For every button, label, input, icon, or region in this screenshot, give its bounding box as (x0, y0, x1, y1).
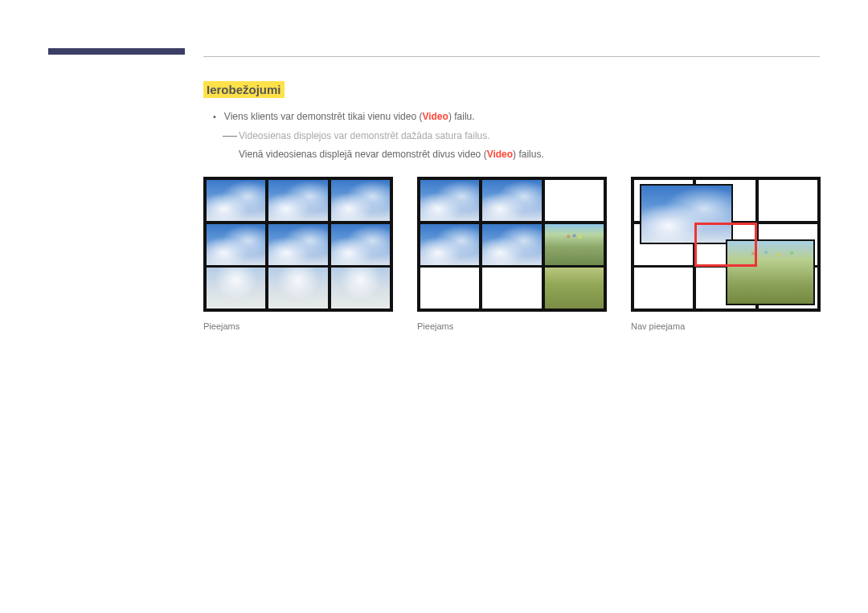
wall-cell-sky (419, 178, 481, 223)
wall-cell (267, 178, 329, 223)
wall-cell (205, 223, 267, 267)
wall-cell-sky (481, 178, 542, 223)
wall-cell (205, 266, 267, 310)
wall-cell (757, 223, 819, 267)
wall-cell (330, 266, 391, 310)
bullet-marker: • (213, 109, 216, 125)
dash-text: Videosienas displejos var demonstrēt daž… (239, 129, 490, 144)
wall-cell (633, 178, 694, 223)
text-emph: Video (422, 111, 448, 122)
videowall-grid (203, 177, 393, 312)
wall-cell (633, 223, 694, 267)
chapter-accent-bar (48, 48, 185, 55)
wall-cell (205, 178, 267, 223)
wall-cell (694, 266, 756, 310)
wall-cell-field (543, 266, 605, 310)
bullet-text: Viens klients var demonstrēt tikai vienu… (224, 109, 475, 125)
figure-caption: Pieejams (203, 321, 393, 331)
videowall-grid (417, 177, 607, 312)
figure-not-available: Nav pieejama (631, 177, 821, 331)
text: Viens klients var demonstrēt tikai vienu… (224, 111, 423, 122)
videowall-grid (631, 177, 821, 312)
dash-marker: ― (223, 129, 234, 141)
figure-available-full: Pieejams (203, 177, 393, 331)
text-emph: Video (487, 149, 513, 160)
text: ) failus. (513, 149, 544, 160)
page-content: Ierobežojumi • Viens klients var demonst… (203, 81, 820, 331)
wall-cell (543, 178, 605, 223)
figure-caption: Pieejams (417, 321, 607, 331)
wall-cell (267, 223, 329, 267)
wall-cell (694, 178, 756, 223)
figures-row: Pieejams (203, 177, 820, 331)
header-divider (203, 56, 820, 57)
sub-line: Vienā videosienas displejā nevar demonst… (239, 147, 820, 162)
wall-cell (267, 266, 329, 310)
dash-item: ― Videosienas displejos var demonstrēt d… (223, 129, 820, 144)
figure-available-split: Pieejams (417, 177, 607, 331)
wall-cell (757, 266, 819, 310)
wall-cell-sky (481, 223, 542, 267)
bullet-item: • Viens klients var demonstrēt tikai vie… (213, 109, 820, 125)
wall-cell (694, 223, 756, 267)
wall-cell (330, 178, 391, 223)
wall-cell-sky (419, 223, 481, 267)
wall-cell (481, 266, 542, 310)
wall-cell (633, 266, 694, 310)
wall-cell-field (543, 223, 605, 267)
figure-caption: Nav pieejama (631, 321, 821, 331)
wall-cell (757, 178, 819, 223)
text: ) failu. (448, 111, 475, 122)
wall-cell (419, 266, 481, 310)
text: Vienā videosienas displejā nevar demonst… (239, 149, 487, 160)
section-heading: Ierobežojumi (203, 81, 285, 98)
wall-cell (330, 223, 391, 267)
